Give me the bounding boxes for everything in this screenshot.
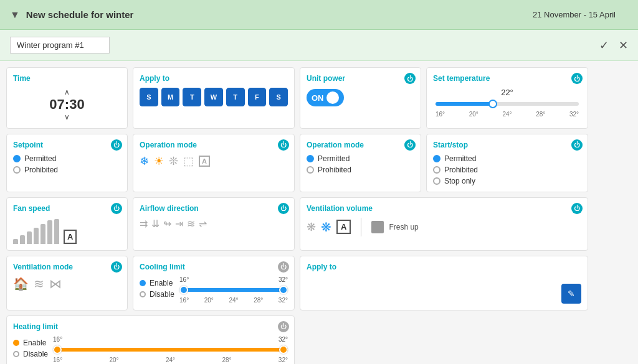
program-name-input[interactable] xyxy=(10,37,110,54)
cooling-disable[interactable]: Disable xyxy=(140,290,174,299)
setpoint-prohibited[interactable]: Prohibited xyxy=(13,166,121,174)
airflow-5[interactable]: ≋ xyxy=(187,218,195,230)
time-label: Time xyxy=(13,74,121,83)
set-temperature-card: Set temperature ⏻ 22° 16° 20° 24° 28° 32… xyxy=(426,67,588,129)
fan-auto-box[interactable]: A xyxy=(64,230,77,244)
cancel-button[interactable]: ✕ xyxy=(619,39,628,52)
apply-to-bottom-card: Apply to ✎ xyxy=(300,256,588,310)
op-prohibited[interactable]: Prohibited xyxy=(307,166,414,174)
cooling-thumb-left[interactable] xyxy=(179,286,188,294)
heating-thumb-right[interactable] xyxy=(279,345,288,354)
date-range: 21 November - 15 April xyxy=(533,10,616,19)
hour-down-button[interactable]: ∨ xyxy=(64,113,70,121)
vent-mode-icon-2[interactable]: ≋ xyxy=(34,276,44,291)
day-btn-s1[interactable]: S xyxy=(140,88,158,106)
airflow-1[interactable]: ⇉ xyxy=(140,218,148,230)
day-btn-m[interactable]: M xyxy=(161,88,180,106)
power-icon-temp[interactable]: ⏻ xyxy=(571,73,583,84)
setpoint-label: Setpoint xyxy=(13,141,121,149)
operation-mode-icons-card: Operation mode ⏻ ❄ ☀ ❊ ⬚ A xyxy=(133,134,295,192)
day-btn-t2[interactable]: T xyxy=(226,88,245,106)
day-btn-t1[interactable]: T xyxy=(183,88,201,106)
apply-to-bottom-label: Apply to xyxy=(307,263,581,271)
sun-icon[interactable]: ☀ xyxy=(154,154,164,168)
bar4[interactable] xyxy=(34,228,39,244)
power-icon-vv[interactable]: ⏻ xyxy=(571,203,583,214)
power-icon-ss[interactable]: ⏻ xyxy=(571,139,583,151)
airflow-2[interactable]: ⇊ xyxy=(151,218,160,230)
day-btn-s2[interactable]: S xyxy=(269,88,288,106)
power-icon-op2[interactable]: ⏻ xyxy=(404,139,416,151)
op-mode-label2: Operation mode xyxy=(307,141,414,149)
time-card: Time ∧ 07:30 ∨ xyxy=(6,67,128,129)
power-icon-fan[interactable]: ⏻ xyxy=(111,203,122,214)
bar3[interactable] xyxy=(27,231,32,244)
cooling-thumb-right[interactable] xyxy=(279,286,288,294)
schedule-title: New schedule for winter xyxy=(26,9,134,20)
bar2[interactable] xyxy=(20,235,25,244)
top-bar: ▼ New schedule for winter 21 November - … xyxy=(0,0,638,30)
temp-slider-thumb[interactable] xyxy=(488,100,497,108)
vent-icon-2[interactable]: ❋ xyxy=(321,220,331,235)
start-stop-label: Start/stop xyxy=(433,141,581,149)
power-icon-setpoint[interactable]: ⏻ xyxy=(111,139,122,151)
operation-mode-permit-card: Operation mode ⏻ Permitted Prohibited xyxy=(300,134,421,192)
vent-vol-label: Ventilation volume xyxy=(307,204,581,213)
fan-icon[interactable]: ❄ xyxy=(140,154,149,168)
ventilation-mode-card: Ventilation mode ⏻ 🏠 ≋ ⋈ xyxy=(6,256,128,310)
bar7[interactable] xyxy=(54,219,59,244)
vent-auto-box[interactable]: A xyxy=(336,220,351,234)
unit-power-card: Unit power ⏻ ON xyxy=(300,67,421,129)
ventilation-volume-card: Ventilation volume ⏻ ❋ ❋ A Fresh up xyxy=(300,197,588,251)
bar1[interactable] xyxy=(13,239,18,244)
fan-speed-card: Fan speed ⏻ A xyxy=(6,197,128,251)
vent-mode-icon-1[interactable]: 🏠 xyxy=(13,276,29,291)
power-icon-vm[interactable]: ⏻ xyxy=(111,261,122,273)
bar6[interactable] xyxy=(47,220,52,244)
power-icon-cl[interactable]: ⏻ xyxy=(278,261,289,273)
unit-power-label: Unit power xyxy=(307,74,414,83)
ss-stop-only[interactable]: Stop only xyxy=(433,177,581,185)
chevron-icon[interactable]: ▼ xyxy=(10,9,20,21)
heating-thumb-left[interactable] xyxy=(53,345,62,354)
power-icon-op1[interactable]: ⏻ xyxy=(278,139,289,151)
setpoint-permitted[interactable]: Permitted xyxy=(13,154,121,163)
dry-icon[interactable]: ⬚ xyxy=(183,154,194,168)
cooling-max-label: 32° xyxy=(279,276,288,283)
ss-permitted[interactable]: Permitted xyxy=(433,154,581,163)
toggle-label: ON xyxy=(312,93,324,103)
toggle-thumb xyxy=(326,91,339,104)
power-icon-hl[interactable]: ⏻ xyxy=(278,321,289,332)
ss-prohibited[interactable]: Prohibited xyxy=(433,166,581,174)
edit-button[interactable]: ✎ xyxy=(561,284,581,304)
unit-power-toggle[interactable]: ON xyxy=(307,89,344,106)
confirm-button[interactable]: ✓ xyxy=(599,39,609,52)
temp-current-value: 22° xyxy=(433,88,581,97)
cooling-min-label: 16° xyxy=(179,276,189,283)
cooling-enable[interactable]: Enable xyxy=(140,279,174,287)
airflow-4[interactable]: ⇥ xyxy=(175,218,183,230)
vent-icon-1[interactable]: ❋ xyxy=(307,220,316,234)
airflow-direction-card: Airflow direction ⏻ ⇉ ⇊ ↬ ⇥ ≋ ⇌ xyxy=(133,197,295,251)
op-permitted[interactable]: Permitted xyxy=(307,154,414,163)
power-icon-airflow[interactable]: ⏻ xyxy=(278,203,289,214)
hour-up-button[interactable]: ∧ xyxy=(64,88,70,96)
snowflake-icon[interactable]: ❊ xyxy=(169,154,178,168)
setpoint-card: Setpoint ⏻ Permitted Prohibited xyxy=(6,134,128,192)
airflow-3[interactable]: ↬ xyxy=(163,218,171,230)
day-btn-f[interactable]: F xyxy=(248,88,267,106)
apply-to-days-card: Apply to S M T W T F S xyxy=(133,67,295,129)
vent-mode-icon-3[interactable]: ⋈ xyxy=(49,276,62,291)
heating-enable[interactable]: Enable xyxy=(13,338,48,347)
bar5[interactable] xyxy=(40,224,45,244)
power-icon[interactable]: ⏻ xyxy=(404,73,416,84)
heating-min-label: 16° xyxy=(53,336,62,343)
fresh-label: Fresh up xyxy=(389,223,418,231)
heating-disable[interactable]: Disable xyxy=(13,350,48,358)
auto-icon[interactable]: A xyxy=(199,156,210,167)
cooling-limit-label: Cooling limit xyxy=(140,263,288,271)
heating-max-label: 32° xyxy=(279,336,288,343)
day-btn-w[interactable]: W xyxy=(204,88,223,106)
time-value: 07:30 xyxy=(49,96,84,113)
airflow-6[interactable]: ⇌ xyxy=(199,218,207,230)
